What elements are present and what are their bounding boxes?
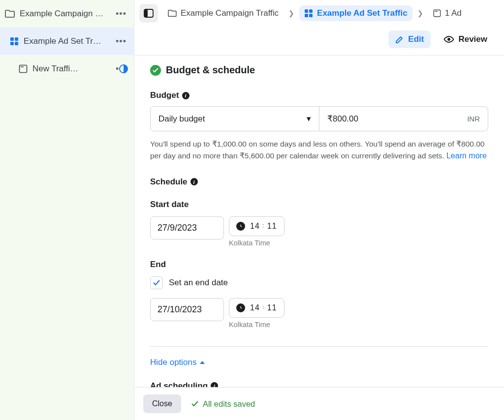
svg-rect-8 [305, 9, 308, 13]
end-checkbox-label: Set an end date [169, 278, 228, 288]
svg-rect-12 [434, 10, 440, 16]
start-date-input[interactable]: 27/9/2023 [150, 216, 224, 240]
save-status-text: All edits saved [203, 399, 255, 409]
status-indicator-icon [119, 64, 128, 73]
caret-up-icon [200, 361, 205, 364]
budget-label: Budget i [150, 90, 488, 100]
svg-rect-9 [309, 9, 313, 13]
budget-type-select[interactable]: Daily budget ▾ [151, 107, 319, 131]
currency-label: INR [467, 115, 480, 123]
folder-icon [5, 9, 15, 18]
main-panel: Example Campaign Traffic ❯ Example Ad Se… [134, 0, 504, 420]
svg-rect-4 [20, 65, 27, 73]
start-date-label: Start date [150, 200, 488, 210]
svg-rect-1 [15, 37, 18, 41]
end-timezone: Kolkata Time [229, 321, 284, 329]
start-datetime-row: 27/9/2023 14 : 11 Kolkata Time [150, 216, 488, 247]
more-icon[interactable]: ••• [114, 9, 128, 19]
sidebar-item-label: Example Campaign … [20, 9, 109, 19]
check-badge-icon [150, 65, 161, 76]
end-date-input[interactable]: 27/10/2023 [150, 298, 224, 321]
budget-amount-input[interactable]: ₹800.00 INR [319, 107, 488, 131]
end-time-input[interactable]: 14 : 11 [229, 298, 284, 318]
budget-row: Daily budget ▾ ₹800.00 INR [150, 106, 488, 131]
divider [150, 346, 488, 347]
svg-point-14 [447, 38, 450, 41]
edit-label: Edit [408, 34, 424, 44]
section-title: Budget & schedule [166, 64, 255, 76]
end-label: End [150, 260, 488, 270]
hide-options-toggle[interactable]: Hide options [150, 358, 205, 367]
svg-rect-0 [10, 37, 14, 41]
budget-amount-value: ₹800.00 [327, 114, 358, 124]
svg-rect-10 [305, 14, 308, 17]
start-timezone: Kolkata Time [229, 239, 284, 247]
breadcrumb-label: 1 Ad [445, 8, 462, 18]
caret-down-icon: ▾ [307, 114, 311, 124]
more-icon[interactable]: ••• [114, 36, 128, 47]
svg-rect-2 [10, 42, 14, 45]
content-area: Budget & schedule Budget i Daily budget … [134, 55, 504, 420]
grid-icon [10, 37, 19, 46]
sidebar-item-ad[interactable]: New Traffi… ••• [0, 55, 134, 83]
review-button[interactable]: Review [437, 30, 494, 48]
sidebar-item-label: New Traffi… [32, 64, 109, 74]
budget-help-text: You'll spend up to ₹1,000.00 on some day… [150, 138, 488, 162]
edit-button[interactable]: Edit [388, 30, 431, 48]
schedule-label: Schedule i [150, 177, 488, 187]
breadcrumb-adset[interactable]: Example Ad Set Traffic [299, 5, 412, 21]
clock-icon [236, 303, 245, 312]
breadcrumb-bar: Example Campaign Traffic ❯ Example Ad Se… [134, 0, 504, 27]
svg-rect-11 [309, 14, 313, 17]
svg-rect-3 [15, 42, 18, 45]
left-sidebar: Example Campaign … ••• Example Ad Set Tr… [0, 0, 134, 420]
start-time-input[interactable]: 14 : 11 [229, 216, 284, 236]
check-icon [191, 400, 199, 407]
budget-type-value: Daily budget [158, 114, 205, 124]
save-status: All edits saved [191, 399, 255, 409]
bottom-bar: Close All edits saved [134, 387, 504, 420]
ad-icon [19, 64, 28, 73]
end-checkbox-row: Set an end date [150, 276, 488, 289]
end-time-value: 14 : 11 [250, 303, 277, 312]
panel-toggle-button[interactable] [139, 4, 158, 23]
end-datetime-row: 27/10/2023 14 : 11 Kolkata Time [150, 298, 488, 329]
review-label: Review [458, 34, 487, 44]
chevron-right-icon: ❯ [417, 9, 423, 17]
info-icon[interactable]: i [190, 178, 198, 185]
close-button[interactable]: Close [143, 394, 181, 413]
chevron-right-icon: ❯ [288, 9, 294, 17]
pencil-icon [395, 35, 404, 44]
breadcrumb-label: Example Ad Set Traffic [317, 8, 408, 18]
sidebar-item-adset[interactable]: Example Ad Set Tr… ••• [0, 28, 134, 55]
info-icon[interactable]: i [182, 92, 189, 99]
breadcrumb-label: Example Campaign Traffic [181, 8, 279, 18]
clock-icon [236, 222, 245, 231]
start-time-value: 14 : 11 [250, 222, 277, 231]
breadcrumb-campaign[interactable]: Example Campaign Traffic [163, 5, 284, 21]
end-date-checkbox[interactable] [150, 276, 163, 289]
svg-rect-7 [144, 9, 148, 17]
learn-more-link[interactable]: Learn more [446, 151, 487, 160]
sidebar-item-campaign[interactable]: Example Campaign … ••• [0, 0, 134, 28]
breadcrumb-ad[interactable]: 1 Ad [428, 5, 467, 21]
mode-toolbar: Edit Review [134, 27, 504, 55]
sidebar-item-label: Example Ad Set Tr… [24, 36, 109, 46]
section-header: Budget & schedule [150, 56, 488, 87]
eye-icon [443, 35, 454, 43]
